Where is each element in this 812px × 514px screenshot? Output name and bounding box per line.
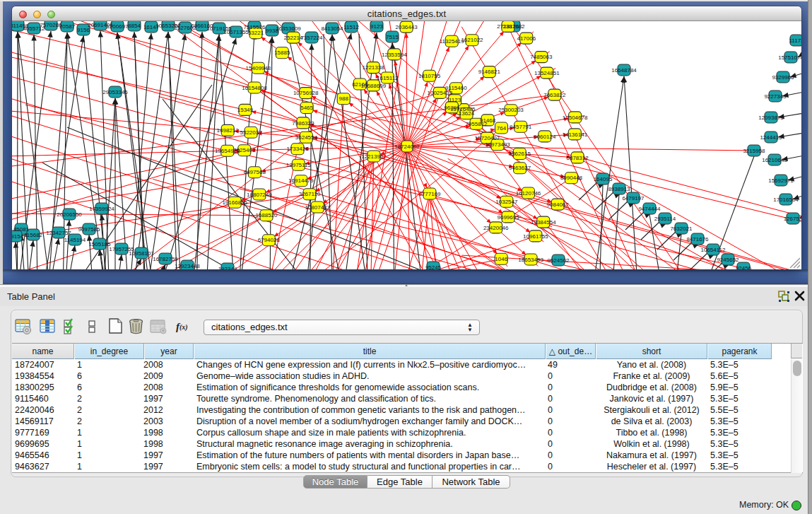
svg-text:12213967: 12213967 [361, 153, 387, 160]
svg-text:7357224: 7357224 [300, 35, 323, 41]
svg-text:13624: 13624 [459, 110, 475, 117]
svg-text:15349: 15349 [237, 107, 254, 113]
svg-text:91468: 91468 [480, 117, 496, 124]
svg-text:9699695: 9699695 [498, 214, 520, 221]
svg-text:9097585: 9097585 [78, 226, 100, 233]
svg-text:6794028: 6794028 [258, 237, 281, 243]
svg-text:9329966: 9329966 [772, 74, 794, 81]
svg-text:16648784: 16648784 [611, 67, 637, 74]
svg-text:9463627: 9463627 [509, 165, 531, 171]
svg-text:16210643: 16210643 [762, 157, 787, 163]
svg-text:9060124: 9060124 [534, 134, 556, 140]
svg-text:7663822: 7663822 [543, 92, 566, 98]
svg-text:17359924: 17359924 [89, 206, 114, 212]
svg-text:10654112: 10654112 [701, 247, 726, 253]
svg-text:1498212: 1498212 [217, 127, 240, 134]
svg-text:9245652: 9245652 [717, 257, 739, 263]
svg-text:7485063: 7485063 [530, 54, 553, 60]
svg-text:10973493: 10973493 [485, 141, 510, 148]
svg-text:16154808: 16154808 [242, 85, 267, 91]
svg-text:7515: 7515 [386, 34, 399, 40]
svg-text:2935114: 2935114 [654, 216, 676, 222]
svg-text:5465: 5465 [300, 105, 313, 111]
svg-text:14136141: 14136141 [563, 132, 588, 138]
svg-text:19166825: 19166825 [222, 199, 247, 206]
svg-text:10961755: 10961755 [523, 233, 548, 240]
svg-text:988: 988 [339, 95, 349, 102]
svg-text:1046: 1046 [495, 256, 507, 262]
svg-text:1145194: 1145194 [64, 237, 86, 243]
svg-text:19384554: 19384554 [531, 219, 556, 226]
svg-text:252214: 252214 [284, 35, 303, 41]
svg-text:10756928: 10756928 [293, 90, 319, 96]
svg-text:29053346: 29053346 [102, 89, 128, 95]
svg-text:(x): (x) [180, 323, 188, 332]
svg-text:10688609: 10688609 [361, 83, 387, 89]
svg-text:10958107: 10958107 [129, 250, 154, 257]
svg-text:115682: 115682 [24, 232, 43, 238]
svg-text:15720407: 15720407 [475, 135, 500, 141]
svg-text:9123: 9123 [370, 23, 383, 30]
svg-text:192344: 192344 [218, 266, 237, 269]
svg-text:1810755: 1810755 [418, 73, 441, 79]
svg-text:11512: 11512 [343, 24, 359, 30]
svg-text:9474444: 9474444 [638, 206, 661, 212]
svg-text:20587: 20587 [59, 23, 76, 30]
svg-text:12342757: 12342757 [46, 230, 71, 236]
svg-text:16120746: 16120746 [516, 190, 541, 197]
svg-text:15692971: 15692971 [768, 177, 794, 184]
svg-text:6497568: 6497568 [244, 169, 266, 175]
svg-text:1588520: 1588520 [255, 212, 278, 218]
svg-text:1505185: 1505185 [88, 241, 111, 247]
svg-text:8854: 8854 [128, 23, 141, 29]
svg-text:164095: 164095 [594, 176, 613, 182]
svg-text:10807487: 10807487 [305, 204, 330, 211]
svg-text:1200697: 1200697 [106, 23, 129, 30]
svg-text:18653493: 18653493 [518, 257, 543, 263]
svg-text:18724007: 18724007 [394, 144, 420, 150]
svg-text:15751074: 15751074 [778, 54, 801, 61]
svg-text:9115460: 9115460 [445, 85, 467, 91]
svg-text:12923448: 12923448 [175, 263, 200, 269]
svg-text:16914479: 16914479 [288, 177, 314, 184]
svg-text:96396: 96396 [444, 105, 460, 111]
svg-text:39154: 39154 [12, 233, 24, 240]
svg-text:20206550: 20206550 [57, 211, 82, 218]
svg-text:1032547: 1032547 [495, 199, 518, 205]
svg-text:15409948: 15409948 [246, 65, 271, 71]
svg-text:417006: 417006 [517, 35, 536, 42]
svg-text:5878312: 5878312 [567, 155, 589, 161]
svg-text:19654923: 19654923 [215, 148, 240, 154]
svg-text:8990448: 8990448 [560, 175, 583, 181]
svg-text:3624554: 3624554 [295, 134, 318, 141]
svg-text:1244415: 1244415 [760, 134, 782, 141]
svg-text:9777169: 9777169 [418, 191, 441, 197]
svg-text:17504678: 17504678 [563, 115, 588, 121]
svg-text:12975115: 12975115 [286, 162, 312, 168]
svg-text:1123: 1123 [449, 97, 461, 103]
svg-text:8413054: 8413054 [321, 25, 343, 32]
svg-text:23420046: 23420046 [483, 225, 509, 231]
svg-text:92456: 92456 [736, 265, 752, 269]
svg-text:1615112: 1615112 [377, 75, 399, 81]
svg-text:9227343: 9227343 [764, 93, 787, 100]
svg-text:9146821: 9146821 [478, 69, 501, 75]
svg-text:1621022: 1621022 [461, 37, 483, 43]
svg-text:95245: 95245 [425, 264, 442, 269]
svg-text:15885: 15885 [274, 49, 290, 56]
svg-text:8471676: 8471676 [686, 236, 709, 243]
svg-text:3215958: 3215958 [743, 148, 765, 154]
svg-text:13524851: 13524851 [534, 70, 560, 76]
svg-text:11173: 11173 [789, 37, 801, 44]
svg-text:2718126: 2718126 [497, 23, 519, 30]
svg-text:16782759: 16782759 [153, 256, 178, 262]
svg-text:7515526: 7515526 [243, 24, 266, 30]
svg-text:9524502: 9524502 [547, 257, 570, 264]
svg-text:7986322: 7986322 [292, 120, 314, 127]
svg-text:16353609: 16353609 [276, 25, 301, 32]
svg-text:25300203: 25300203 [498, 107, 524, 113]
svg-text:1221338: 1221338 [363, 64, 385, 71]
svg-text:764: 764 [497, 125, 507, 132]
svg-text:17016504: 17016504 [773, 197, 799, 203]
svg-text:3267110: 3267110 [299, 191, 321, 197]
